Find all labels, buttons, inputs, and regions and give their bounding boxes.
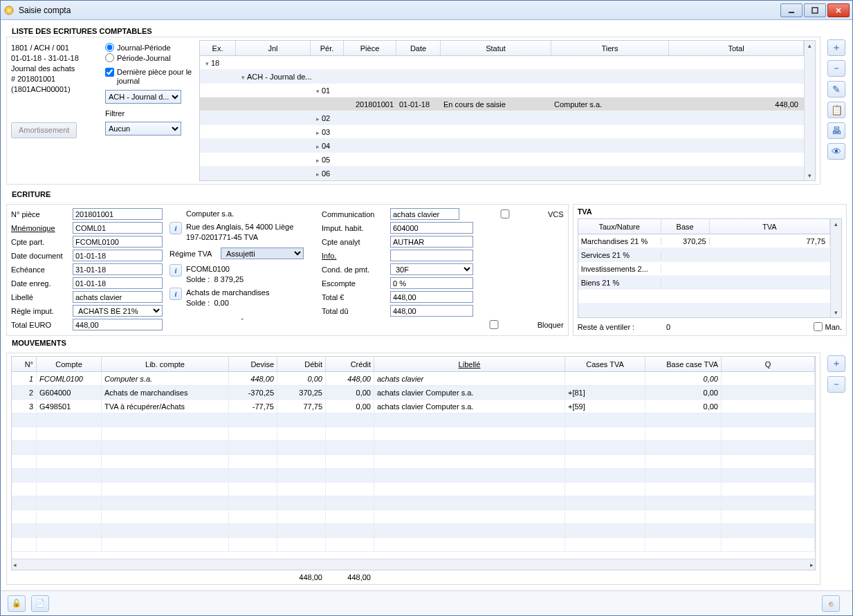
tree-row-period[interactable]: ▸05 bbox=[200, 153, 804, 167]
regle-select[interactable]: ACHATS BE 21% bbox=[73, 305, 163, 317]
mov-col-debit[interactable]: Débit bbox=[277, 357, 326, 371]
journal-select[interactable]: ACH - Journal d... bbox=[105, 90, 181, 104]
opt-journal-periode-radio[interactable] bbox=[105, 43, 114, 52]
scroll-up-icon[interactable]: ▴ bbox=[805, 41, 815, 50]
lock-button[interactable]: 🔓 bbox=[8, 595, 26, 612]
chevron-down-icon[interactable]: ▾ bbox=[203, 60, 211, 67]
regime-select[interactable]: Assujetti bbox=[221, 248, 304, 259]
mov-row[interactable]: 3G498501TVA à récupérer/Achats-77,7577,7… bbox=[12, 400, 815, 413]
horizontal-scrollbar[interactable]: ◂ ▸ bbox=[12, 559, 815, 570]
tva-col-base[interactable]: Base bbox=[661, 219, 710, 234]
import-button[interactable]: 📄 bbox=[31, 595, 49, 612]
tree-row-period[interactable]: ▾01 bbox=[200, 84, 804, 97]
tva-row[interactable]: Biens 21 % bbox=[578, 276, 830, 290]
scroll-down-icon[interactable]: ▾ bbox=[805, 171, 815, 180]
mov-row[interactable] bbox=[12, 469, 815, 483]
cpte-part-input[interactable] bbox=[73, 236, 163, 248]
scroll-left-icon[interactable]: ◂ bbox=[13, 561, 17, 568]
total-euro-input[interactable] bbox=[73, 319, 163, 330]
col-piece[interactable]: Pièce bbox=[344, 41, 396, 55]
bloquer-check[interactable] bbox=[452, 320, 535, 329]
opt-dernier-piece-check[interactable] bbox=[105, 68, 114, 77]
tree-row-ex[interactable]: ▾18 bbox=[200, 56, 804, 70]
chevron-right-icon[interactable]: ▸ bbox=[313, 129, 322, 136]
total-eur-input[interactable] bbox=[390, 291, 473, 303]
lbl-mnemo[interactable]: Mnémonique bbox=[11, 224, 70, 232]
mov-col-credit[interactable]: Crédit bbox=[326, 357, 374, 371]
col-statut[interactable]: Statut bbox=[441, 41, 551, 55]
remove-button[interactable]: － bbox=[827, 60, 845, 77]
tree-row-period[interactable]: ▸06 bbox=[200, 167, 804, 180]
mouv-table[interactable]: N° Compte Lib. compte Devise Débit Crédi… bbox=[11, 356, 816, 570]
tva-row[interactable]: Marchandises 21 %370,2577,75 bbox=[578, 234, 830, 248]
scroll-down-icon[interactable]: ▾ bbox=[831, 308, 841, 317]
col-jnl[interactable]: Jnl bbox=[236, 41, 311, 55]
bloquer-check-wrap[interactable]: Bloquer bbox=[452, 320, 564, 329]
tree-row-period[interactable]: ▸04 bbox=[200, 139, 804, 153]
mnemo-input[interactable] bbox=[73, 222, 163, 234]
opt-periode-journal[interactable]: Période-Journal bbox=[105, 53, 195, 62]
chevron-right-icon[interactable]: ▸ bbox=[313, 157, 322, 164]
libelle-input[interactable] bbox=[73, 291, 163, 303]
mov-row[interactable] bbox=[12, 524, 815, 538]
col-date[interactable]: Date bbox=[396, 41, 441, 55]
comm-input[interactable] bbox=[390, 208, 459, 220]
mov-row[interactable] bbox=[12, 496, 815, 510]
mov-row[interactable] bbox=[12, 483, 815, 496]
mov-add-button[interactable]: ＋ bbox=[827, 355, 845, 372]
mov-col-q[interactable]: Q bbox=[722, 357, 815, 371]
mov-row[interactable] bbox=[12, 413, 815, 427]
escompte-input[interactable] bbox=[390, 277, 473, 289]
paste-button[interactable]: 📋 bbox=[827, 102, 845, 118]
mov-col-n[interactable]: N° bbox=[12, 357, 37, 371]
tree-row-entry[interactable]: 201801001 01-01-18 En cours de saisie Co… bbox=[200, 97, 804, 111]
party-info-button[interactable]: i bbox=[169, 222, 182, 234]
col-tiers[interactable]: Tiers bbox=[551, 41, 669, 55]
mov-col-compte[interactable]: Compte bbox=[37, 357, 102, 371]
tree-row-jnl[interactable]: ▾ACH - Journal de... bbox=[200, 70, 804, 84]
edit-button[interactable]: ✎ bbox=[827, 81, 845, 97]
mov-row[interactable]: 1FCOML0100Computer s.a.448,000,00448,00a… bbox=[12, 372, 815, 386]
man-check-wrap[interactable]: Man. bbox=[814, 322, 842, 331]
minimize-button[interactable] bbox=[780, 3, 802, 17]
tva-row[interactable]: Services 21 % bbox=[578, 248, 830, 262]
imp-habit-input[interactable] bbox=[390, 222, 473, 234]
mov-row[interactable] bbox=[12, 538, 815, 552]
mov-col-devise[interactable]: Devise bbox=[229, 357, 277, 371]
tva-col-tva[interactable]: TVA bbox=[710, 219, 830, 234]
mov-row[interactable] bbox=[12, 510, 815, 524]
opt-dernier-piece[interactable]: Dernière pièce pour le journal bbox=[105, 68, 195, 86]
cond-pmt-select[interactable]: 30F bbox=[390, 263, 473, 275]
total-du-input[interactable] bbox=[390, 305, 473, 317]
imput-info-button[interactable]: i bbox=[169, 288, 182, 300]
vertical-scrollbar[interactable]: ▴ ▾ bbox=[830, 219, 841, 317]
filter-select[interactable]: Aucun bbox=[105, 122, 181, 136]
mov-remove-button[interactable]: － bbox=[827, 376, 845, 393]
close-button[interactable] bbox=[827, 3, 850, 17]
print-button[interactable]: 🖶 bbox=[827, 122, 845, 139]
date-doc-input[interactable] bbox=[73, 250, 163, 261]
cpte-analyt-input[interactable] bbox=[390, 236, 473, 248]
mov-row[interactable] bbox=[12, 441, 815, 455]
opt-periode-journal-radio[interactable] bbox=[105, 53, 114, 62]
vcs-check-wrap[interactable]: VCS bbox=[464, 209, 564, 218]
amortissement-button[interactable]: Amortissement bbox=[11, 122, 77, 138]
chevron-right-icon[interactable]: ▸ bbox=[313, 143, 322, 150]
account-info-button[interactable]: i bbox=[169, 264, 182, 277]
scroll-right-icon[interactable]: ▸ bbox=[810, 561, 814, 568]
col-per[interactable]: Pér. bbox=[311, 41, 344, 55]
maximize-button[interactable] bbox=[804, 3, 826, 17]
exit-button[interactable]: ⎋ bbox=[822, 595, 840, 612]
vcs-check[interactable] bbox=[464, 209, 547, 218]
mov-row[interactable]: 2G604000Achats de marchandises-370,25370… bbox=[12, 386, 815, 400]
vertical-scrollbar[interactable]: ▴ ▾ bbox=[804, 41, 815, 180]
opt-journal-periode[interactable]: Journal-Période bbox=[105, 43, 195, 52]
tree-row-period[interactable]: ▸02 bbox=[200, 111, 804, 125]
info-input[interactable] bbox=[390, 250, 473, 261]
tva-row[interactable] bbox=[578, 290, 830, 304]
tva-row[interactable]: Investissements 2... bbox=[578, 262, 830, 276]
tva-col-taux[interactable]: Taux/Nature bbox=[578, 219, 661, 234]
echeance-input[interactable] bbox=[73, 263, 163, 275]
chevron-right-icon[interactable]: ▸ bbox=[313, 115, 322, 122]
col-total[interactable]: Total bbox=[669, 41, 804, 55]
